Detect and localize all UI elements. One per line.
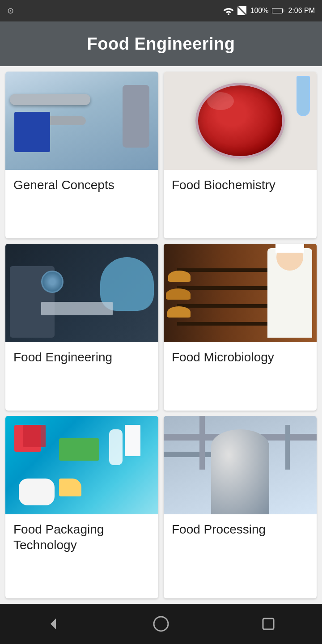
card-food-biochemistry[interactable]: Food Biochemistry: [164, 72, 317, 238]
svg-rect-7: [263, 619, 274, 629]
card-label-food-biochemistry: Food Biochemistry: [164, 170, 317, 202]
page-title: Food Engineering: [87, 34, 235, 54]
recent-icon: [259, 615, 277, 633]
card-label-food-microbiology: Food Microbiology: [164, 342, 317, 374]
status-bar: ⊙ 100% 2:06 PM: [0, 0, 322, 21]
card-food-packaging[interactable]: Food Packaging Technology: [5, 416, 158, 598]
card-food-processing[interactable]: Food Processing: [164, 416, 317, 598]
nav-back-button[interactable]: [40, 610, 67, 637]
time-display: 2:06 PM: [288, 7, 315, 15]
svg-rect-4: [272, 8, 282, 13]
status-bar-right: 100% 2:06 PM: [223, 6, 315, 15]
bottom-navigation: [0, 604, 322, 644]
signal-icon: [237, 6, 246, 15]
home-icon: [152, 615, 170, 633]
nav-home-button[interactable]: [148, 610, 174, 637]
card-label-food-engineering: Food Engineering: [5, 342, 158, 374]
back-icon: [45, 615, 63, 633]
svg-rect-3: [283, 9, 284, 12]
svg-marker-5: [51, 619, 56, 629]
card-image-food-packaging: [5, 416, 158, 514]
category-grid: General Concepts Food Biochemistry Food …: [0, 66, 322, 604]
wifi-icon: [223, 6, 234, 15]
battery-text: 100%: [250, 7, 268, 15]
card-food-microbiology[interactable]: Food Microbiology: [164, 244, 317, 411]
card-image-food-engineering: [5, 244, 158, 342]
card-image-food-processing: [164, 416, 317, 514]
card-image-food-microbiology: [164, 244, 317, 342]
card-label-general-concepts: General Concepts: [5, 170, 158, 202]
card-label-food-packaging: Food Packaging Technology: [5, 514, 158, 562]
card-general-concepts[interactable]: General Concepts: [5, 72, 158, 238]
battery-icon: [272, 7, 284, 14]
card-image-general-concepts: [5, 72, 158, 170]
system-icon: ⊙: [7, 6, 14, 16]
card-label-food-processing: Food Processing: [164, 514, 317, 546]
card-food-engineering[interactable]: Food Engineering: [5, 244, 158, 411]
svg-point-6: [154, 617, 168, 631]
app-bar: Food Engineering: [0, 21, 322, 66]
status-bar-left: ⊙: [7, 6, 14, 16]
nav-recent-button[interactable]: [255, 610, 282, 637]
card-image-food-biochemistry: [164, 72, 317, 170]
